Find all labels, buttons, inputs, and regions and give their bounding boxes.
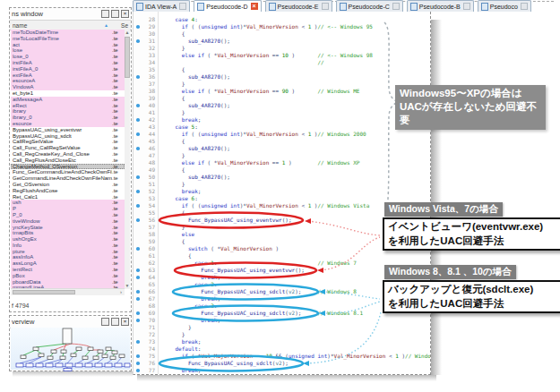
close-icon[interactable]: × [121, 10, 129, 18]
code-line[interactable]: default: [162, 345, 430, 353]
code-line[interactable]: { [162, 66, 430, 73]
code-line[interactable]: { [162, 138, 430, 145]
code-line[interactable]: { [162, 166, 430, 174]
function-row[interactable]: Call_Func_CallRegSetValue.te [11, 145, 125, 151]
function-row[interactable]: meToLocalFileTime.te [11, 36, 125, 42]
close-icon[interactable]: × [121, 318, 129, 326]
code-line[interactable]: break; [162, 338, 430, 345]
function-row[interactable]: ChangeMethod_OSversion.te [11, 164, 125, 170]
tab-close-icon[interactable]: × [251, 3, 258, 10]
tab-ida-view-a[interactable]: IDA View-A [133, 0, 190, 12]
function-row[interactable]: meToDosDateTime.te [11, 30, 125, 36]
restore-icon[interactable] [101, 318, 109, 326]
column-name[interactable]: name [13, 22, 104, 29]
function-row[interactable]: BypassUAC_using_eventvwr.te [11, 127, 125, 133]
functions-vertical-scrollbar[interactable]: ▲ ▼ [125, 30, 130, 289]
function-row[interactable]: esource.te [11, 121, 125, 127]
scroll-up-icon[interactable]: ▲ [125, 30, 130, 36]
restore-icon[interactable] [101, 10, 109, 18]
float-icon[interactable] [111, 10, 119, 18]
code-line[interactable]: } [162, 45, 430, 52]
functions-window-titlebar[interactable]: ns window × [10, 8, 131, 21]
function-row[interactable]: Ret_Calc1.te [11, 194, 125, 200]
function-row[interactable]: ibrary_0.te [11, 115, 125, 121]
function-row[interactable]: pture.te [11, 249, 125, 255]
scrollbar-thumb[interactable] [125, 37, 130, 78]
function-row[interactable]: RegFlushAndCose.te [11, 188, 125, 194]
function-row[interactable]: Info.te [11, 243, 125, 249]
function-row[interactable]: P.te [11, 206, 125, 212]
function-row[interactable]: Call_RegCreateKey_And_Close.te [11, 151, 125, 158]
tab-close-icon[interactable] [463, 3, 470, 10]
functions-horizontal-scrollbar[interactable]: › [11, 288, 125, 295]
code-line[interactable]: break; [162, 188, 430, 195]
scrollbar-thumb[interactable] [13, 290, 75, 294]
tab-close-icon[interactable] [179, 3, 186, 10]
code-line[interactable]: else if ( *Val_MinorVersion == 90 ) // W… [162, 88, 430, 95]
code-line[interactable]: { [162, 30, 430, 38]
function-row[interactable]: Func_GetCommandLineAndCheckOwnFileNa….te [11, 169, 125, 175]
code-line[interactable]: } [162, 109, 430, 116]
code-line[interactable]: if ( (unsigned int)*Val_MinorVersion < 1… [162, 23, 430, 30]
function-row[interactable]: atMessageA.te [11, 97, 125, 103]
code-line[interactable]: break; [162, 367, 430, 374]
code-line[interactable]: sub_4A8270(); [162, 174, 430, 181]
code-line[interactable]: } [162, 331, 430, 338]
function-row[interactable]: CallRegSetValue.te [11, 139, 125, 145]
function-row[interactable]: et_byte1.te [11, 90, 125, 97]
function-row[interactable]: extFileA.te [11, 72, 125, 79]
code-line[interactable]: } [162, 324, 430, 331]
code-line[interactable]: break; [162, 116, 430, 124]
code-line[interactable]: break; [162, 317, 430, 324]
float-icon[interactable] [111, 318, 119, 326]
code-line[interactable]: else if ( *Val_MinorVersion == 10 ) // <… [162, 52, 430, 59]
function-row[interactable]: ibrary.te [11, 108, 125, 115]
function-row[interactable]: tiveWindow.te [11, 218, 125, 225]
code-line[interactable]: { [162, 252, 430, 260]
code-line[interactable]: } [162, 181, 430, 188]
tab-pseudocode-b[interactable]: Pseudocode-B [407, 0, 474, 12]
function-row[interactable]: yncKeyState.te [11, 225, 125, 231]
code-line[interactable]: sub_4A8270(); [162, 145, 430, 152]
function-row[interactable]: GetCommandLineAndCheckOwnFileName.te [11, 175, 125, 182]
graph-overview-canvas[interactable] [11, 328, 130, 370]
code-line[interactable]: sub_4A8270(); [162, 73, 430, 81]
function-row[interactable]: tmapBits.te [11, 230, 125, 236]
function-row[interactable]: esourceA.te [11, 78, 125, 84]
function-row[interactable]: irstFileA.te [11, 60, 125, 66]
function-row[interactable]: Get_OSversion.te [11, 182, 125, 188]
code-line[interactable]: case 6: [162, 195, 430, 202]
code-line[interactable]: Func_BypassUAC_using_sdclt(v2); [162, 360, 430, 367]
function-row[interactable]: pBox.te [11, 273, 125, 279]
graph-overview-titlebar[interactable]: verview × [10, 316, 131, 328]
tab-pseudoco[interactable]: Pseudoco [478, 0, 531, 12]
scroll-down-icon[interactable]: ▼ [125, 283, 130, 289]
function-row[interactable]: Call_RegFlusAndCloseEtc.te [11, 158, 125, 164]
function-row[interactable]: irstFileA_0.te [11, 66, 125, 72]
code-line[interactable]: // [162, 59, 430, 66]
code-line[interactable]: case 4: [162, 16, 430, 23]
function-row[interactable]: ushOrgEx.te [11, 236, 125, 243]
code-line[interactable]: sub_4A8270(); [162, 38, 430, 45]
function-row[interactable]: lose_0.te [11, 54, 125, 60]
function-row[interactable]: ush.te [11, 200, 125, 206]
code-line[interactable]: sub_4A8270(); [162, 102, 430, 109]
code-line[interactable]: else if ( *Val_MinorVersion == 1 ) // Wi… [162, 159, 430, 166]
function-row[interactable]: BypassUAC_using_sdclt.te [11, 133, 125, 140]
tab-pseudocode-e[interactable]: Pseudocode-E [265, 0, 332, 12]
function-row[interactable]: assInfoA.te [11, 254, 125, 260]
tab-close-icon[interactable] [322, 3, 329, 10]
function-row[interactable]: pboardData.te [11, 279, 125, 285]
code-line[interactable]: { [162, 95, 430, 102]
code-line[interactable]: case 5: [162, 124, 430, 131]
function-row[interactable]: assLongA.te [11, 260, 125, 267]
scroll-right-icon[interactable]: › [117, 289, 125, 295]
function-row[interactable]: VindowA.te [11, 84, 125, 90]
code-line[interactable]: } [162, 81, 430, 88]
code-line[interactable]: if ( (unsigned int)*Val_MinorVersion < 1… [162, 131, 430, 138]
function-row[interactable]: eRect.te [11, 103, 125, 109]
function-row[interactable]: ientRect.te [11, 267, 125, 273]
tab-close-icon[interactable] [521, 3, 528, 10]
tab-close-icon[interactable] [392, 3, 400, 10]
code-line[interactable]: if ( *Val_MajorVersion == 10 && (unsigne… [162, 353, 430, 360]
